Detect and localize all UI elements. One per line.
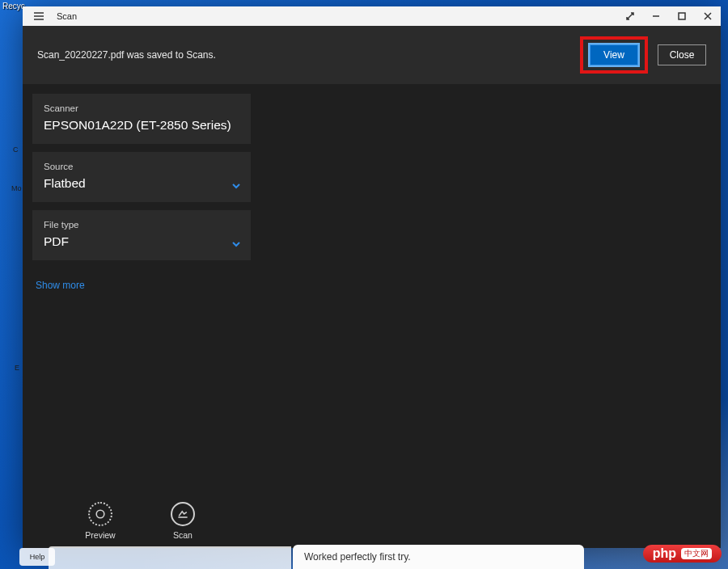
scanner-selector[interactable]: Scanner EPSON01A22D (ET-2850 Series) — [32, 94, 251, 144]
scanner-value: EPSON01A22D (ET-2850 Series) — [44, 118, 239, 133]
diagonal-arrows-icon[interactable] — [617, 6, 643, 26]
show-more-link[interactable]: Show more — [32, 268, 251, 302]
save-notification: Scan_20220227.pdf was saved to Scans. Vi… — [23, 26, 721, 84]
close-button[interactable]: Close — [658, 44, 706, 65]
scan-label: Scan — [173, 530, 193, 540]
source-label: Source — [44, 162, 239, 171]
annotation-highlight: View — [580, 36, 648, 74]
chevron-down-icon — [231, 238, 241, 247]
behind-label-mo: Mo — [11, 184, 22, 192]
behind-label-2: E — [15, 364, 19, 372]
preview-label: Preview — [85, 530, 115, 540]
background-text-snippet: Worked perfectly first try. — [293, 545, 584, 569]
behind-label: C — [13, 145, 19, 154]
scan-app-window: Scan Scan_20220227.pdf was saved to Scan… — [23, 6, 721, 548]
sidebar: Scanner EPSON01A22D (ET-2850 Series) Sou… — [23, 84, 260, 548]
source-value: Flatbed — [44, 176, 239, 191]
source-selector[interactable]: Source Flatbed — [32, 152, 251, 202]
window-title: Scan — [55, 11, 85, 21]
scanner-label: Scanner — [44, 103, 239, 113]
preview-area — [260, 84, 721, 548]
hamburger-menu[interactable] — [23, 6, 55, 26]
scan-icon — [171, 502, 195, 526]
view-button[interactable]: View — [590, 44, 638, 65]
watermark-brand: php — [653, 546, 676, 561]
titlebar: Scan — [23, 6, 721, 26]
svg-rect-0 — [679, 13, 685, 19]
filetype-label: File type — [44, 220, 239, 230]
maximize-button[interactable] — [669, 6, 695, 26]
taskbar-strip — [49, 546, 291, 569]
bottom-toolbar: Preview Scan — [32, 502, 251, 548]
chevron-down-icon — [231, 179, 241, 189]
notification-text: Scan_20220227.pdf was saved to Scans. — [37, 49, 216, 61]
watermark-badge: php 中文网 — [643, 545, 722, 563]
preview-icon — [88, 502, 112, 526]
minimize-button[interactable] — [643, 6, 669, 26]
close-window-button[interactable] — [695, 6, 721, 26]
preview-button[interactable]: Preview — [76, 502, 125, 540]
svg-point-1 — [96, 510, 104, 518]
filetype-value: PDF — [44, 234, 239, 249]
scan-button[interactable]: Scan — [159, 502, 207, 540]
filetype-selector[interactable]: File type PDF — [32, 210, 251, 260]
watermark-cn: 中文网 — [681, 548, 712, 559]
